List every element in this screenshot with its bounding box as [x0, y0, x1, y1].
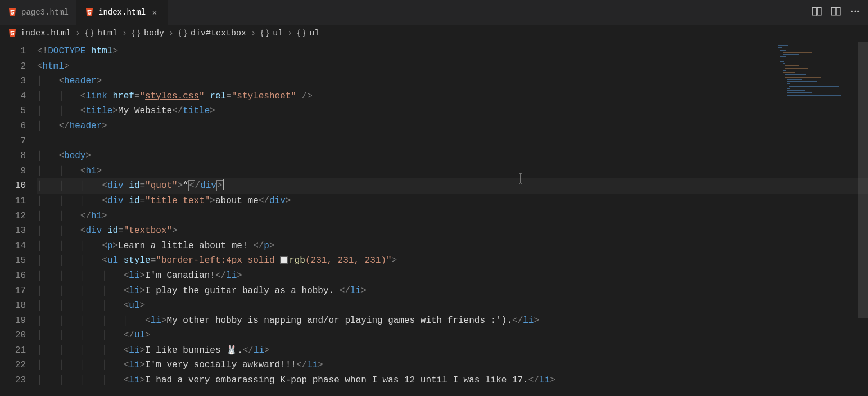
code-line[interactable]: <!DOCTYPE html>	[37, 44, 868, 59]
scrollbar-track[interactable]	[858, 42, 868, 396]
line-number: 12	[0, 209, 26, 224]
breadcrumb-label: div#textbox	[191, 29, 246, 38]
svg-point-6	[854, 10, 856, 12]
editor-area[interactable]: 1234567891011121314151617181920212223 <!…	[0, 42, 868, 396]
line-number: 5	[0, 104, 26, 119]
line-number: 9	[0, 164, 26, 179]
code-line[interactable]: │ │ │ │ <li>I play the guitar badly as a…	[37, 284, 868, 299]
code-line[interactable]: │ <header>	[37, 74, 868, 89]
line-number: 13	[0, 223, 26, 238]
code-line[interactable]: │ │ │ <div id="title_text">about me</div…	[37, 194, 868, 209]
svg-rect-0	[812, 7, 816, 15]
code-line[interactable]: │ │ │ │ │ <li>My other hobby is napping …	[37, 313, 868, 328]
line-number: 8	[0, 148, 26, 164]
chevron-right-icon: ›	[251, 29, 256, 38]
line-number: 21	[0, 343, 26, 358]
line-number-gutter: 1234567891011121314151617181920212223	[0, 42, 37, 396]
line-number: 2	[0, 59, 26, 74]
line-number: 14	[0, 238, 26, 254]
html5-icon	[8, 29, 17, 38]
line-number: 15	[0, 253, 26, 268]
breadcrumb-ul[interactable]: ul	[260, 29, 283, 38]
line-number: 19	[0, 313, 26, 328]
html5-icon	[8, 8, 17, 17]
code-line[interactable]: │ │ │ │ <ul>	[37, 298, 868, 313]
code-line[interactable]: │ │ </h1>	[37, 209, 868, 224]
line-number: 10	[0, 178, 26, 194]
breadcrumb-ul-2[interactable]: ul	[297, 29, 319, 38]
code-line[interactable]	[37, 134, 868, 149]
line-number: 7	[0, 134, 26, 149]
breadcrumb-file[interactable]: index.html	[8, 29, 71, 38]
code-line[interactable]: │ │ <link href="styles.css" rel="stylesh…	[37, 89, 868, 104]
breadcrumb-body[interactable]: body	[132, 29, 164, 38]
code-line[interactable]: │ │ │ │ <li>I like bunnies 🐰.</li>	[37, 343, 868, 358]
tab-actions	[804, 0, 868, 25]
breadcrumb-label: index.html	[20, 29, 71, 38]
code-line[interactable]: │ │ │ │ <li>I had a very embarassing K-p…	[37, 373, 868, 388]
breadcrumb-textbox[interactable]: div#textbox	[178, 29, 246, 38]
code-line[interactable]: │ │ │ <div id="quot">“</div>	[37, 178, 868, 194]
symbol-icon	[297, 29, 306, 38]
code-line[interactable]: │ </header>	[37, 119, 868, 134]
code-line[interactable]: │ <body>	[37, 148, 868, 164]
code-line[interactable]: │ │ <div id="textbox">	[37, 223, 868, 238]
code-content[interactable]: <!DOCTYPE html><html>│ <header>│ │ <link…	[37, 42, 868, 396]
tab-label: index.html	[98, 8, 146, 17]
line-number: 23	[0, 373, 26, 388]
chevron-right-icon: ›	[169, 29, 174, 38]
line-number: 1	[0, 44, 26, 59]
breadcrumb-label: ul	[309, 29, 319, 38]
split-editor-icon[interactable]	[831, 6, 841, 19]
minimap[interactable]	[774, 42, 858, 396]
scrollbar-thumb[interactable]	[858, 42, 868, 318]
breadcrumb-html[interactable]: html	[85, 29, 117, 38]
svg-point-5	[851, 10, 853, 12]
breadcrumb-label: body	[144, 29, 164, 38]
line-number: 18	[0, 298, 26, 313]
more-actions-icon[interactable]	[850, 6, 860, 19]
line-number: 17	[0, 284, 26, 299]
chevron-right-icon: ›	[122, 29, 127, 38]
html5-icon	[85, 8, 94, 17]
symbol-icon	[132, 29, 141, 38]
line-number: 20	[0, 328, 26, 343]
symbol-icon	[178, 29, 187, 38]
tab-page3[interactable]: page3.html	[0, 0, 77, 25]
svg-rect-1	[817, 7, 821, 15]
line-number: 6	[0, 119, 26, 134]
svg-point-7	[857, 10, 859, 12]
text-cursor-icon	[517, 173, 524, 190]
breadcrumb-label: html	[97, 29, 117, 38]
tab-index[interactable]: index.html ✕	[77, 0, 168, 25]
symbol-icon	[260, 29, 269, 38]
breadcrumb-label: ul	[273, 29, 283, 38]
code-line[interactable]: │ │ │ │ <li>I'm Canadian!</li>	[37, 268, 868, 284]
code-line[interactable]: │ │ │ <ul style="border-left:4px solid r…	[37, 253, 868, 268]
breadcrumb[interactable]: index.html › html › body › div#textbox ›…	[0, 25, 868, 42]
code-line[interactable]: <html>	[37, 59, 868, 74]
code-line[interactable]: │ │ <title>My Website</title>	[37, 104, 868, 119]
line-number: 11	[0, 194, 26, 209]
tab-label: page3.html	[21, 8, 69, 17]
line-number: 16	[0, 268, 26, 284]
chevron-right-icon: ›	[287, 29, 292, 38]
code-line[interactable]: │ │ │ │ <li>I'm very socially awkward!!!…	[37, 358, 868, 373]
tabs-bar: page3.html index.html ✕	[0, 0, 868, 25]
compare-changes-icon[interactable]	[812, 6, 822, 19]
chevron-right-icon: ›	[75, 29, 80, 38]
line-number: 22	[0, 358, 26, 373]
code-line[interactable]: │ │ <h1>	[37, 164, 868, 179]
line-number: 3	[0, 74, 26, 89]
line-number: 4	[0, 89, 26, 104]
code-line[interactable]: │ │ │ │ </ul>	[37, 328, 868, 343]
code-line[interactable]: │ │ │ <p>Learn a little about me! </p>	[37, 238, 868, 254]
symbol-icon	[85, 29, 94, 38]
close-icon[interactable]: ✕	[150, 8, 159, 17]
